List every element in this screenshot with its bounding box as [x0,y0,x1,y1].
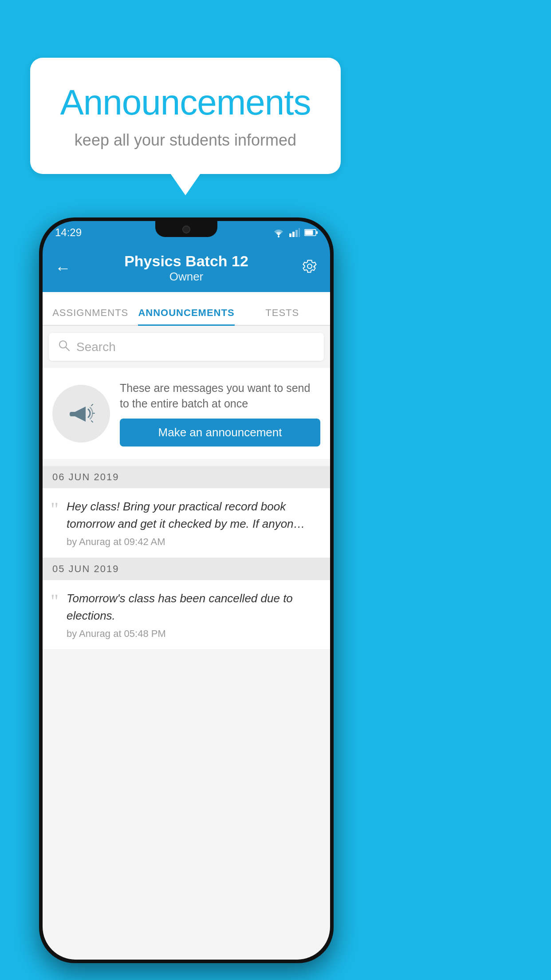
phone-inner: 14:29 [43,221,330,960]
svg-rect-1 [289,233,291,237]
announcement-item-2[interactable]: " Tomorrow's class has been cancelled du… [43,580,330,650]
search-icon [58,339,70,355]
search-placeholder: Search [76,340,116,354]
search-bar[interactable]: Search [49,333,324,361]
announcement-content-2: Tomorrow's class has been cancelled due … [67,590,320,640]
speech-bubble: Announcements keep all your students inf… [30,58,341,174]
svg-line-9 [66,348,70,351]
announcement-text-1: Hey class! Bring your practical record b… [67,498,320,533]
tab-tests[interactable]: TESTS [235,307,330,325]
bubble-title: Announcements [57,82,314,123]
svg-rect-6 [316,231,318,234]
make-announcement-button[interactable]: Make an announcement [120,419,320,447]
promo-description: These are messages you want to send to t… [120,380,320,411]
date-header-1: 06 JUN 2019 [43,466,330,488]
svg-rect-3 [295,230,298,237]
promo-card: These are messages you want to send to t… [43,368,330,459]
bubble-subtitle: keep all your students informed [57,131,314,150]
app-bar: ← Physics Batch 12 Owner [43,244,330,292]
announcement-content-1: Hey class! Bring your practical record b… [67,498,320,548]
app-bar-title: Physics Batch 12 [124,253,248,270]
status-time: 14:29 [55,226,82,239]
announcement-text-2: Tomorrow's class has been cancelled due … [67,590,320,624]
battery-icon [304,229,318,236]
status-icons [272,228,318,237]
notch [155,221,217,237]
promo-right: These are messages you want to send to t… [120,380,320,447]
tab-assignments[interactable]: ASSIGNMENTS [43,307,138,325]
app-bar-title-area: Physics Batch 12 Owner [124,253,248,284]
svg-line-12 [91,421,93,422]
svg-line-10 [91,404,93,406]
announcement-item-1[interactable]: " Hey class! Bring your practical record… [43,488,330,558]
announcement-meta-2: by Anurag at 05:48 PM [67,628,320,640]
svg-rect-2 [292,232,295,237]
announcement-icon-circle [52,385,110,443]
camera-dot [182,225,190,233]
announcement-meta-1: by Anurag at 09:42 AM [67,536,320,548]
back-button[interactable]: ← [55,259,71,277]
svg-point-0 [278,236,279,237]
megaphone-icon [67,399,95,428]
tab-announcements[interactable]: ANNOUNCEMENTS [138,307,234,325]
tab-bar: ASSIGNMENTS ANNOUNCEMENTS TESTS [43,292,330,326]
svg-point-8 [59,341,67,348]
app-bar-subtitle: Owner [124,270,248,284]
svg-rect-4 [299,228,300,237]
signal-icon [289,228,300,237]
svg-rect-7 [305,230,313,235]
speech-bubble-container: Announcements keep all your students inf… [30,58,341,174]
content-area: Search [43,326,330,960]
wifi-icon [272,228,285,237]
quote-icon-1: " [51,500,59,519]
date-header-2: 05 JUN 2019 [43,558,330,580]
phone-frame: 14:29 [39,217,334,963]
quote-icon-2: " [51,592,59,611]
settings-button[interactable] [302,258,318,278]
